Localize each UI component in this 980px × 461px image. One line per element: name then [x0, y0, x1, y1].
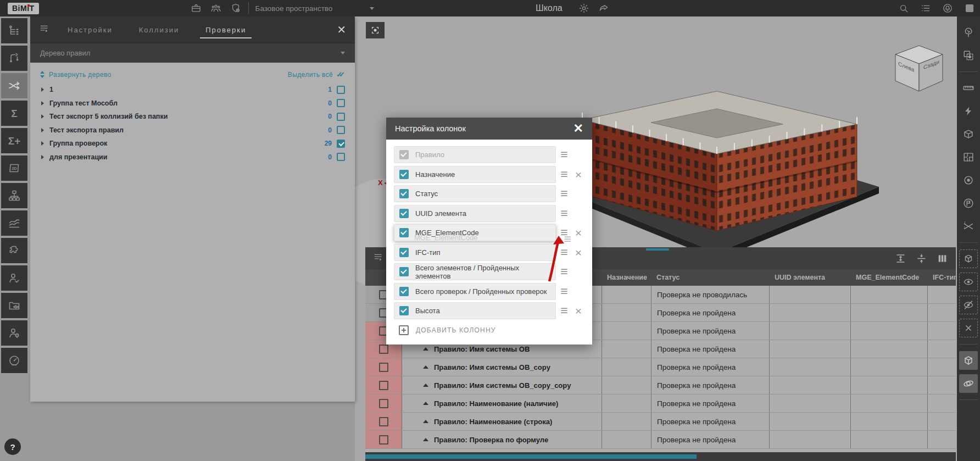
trend-lines-tool-button[interactable]: [1, 210, 27, 236]
tree-checkbox[interactable]: [337, 99, 345, 107]
horizontal-scrollbar-track[interactable]: [365, 452, 956, 461]
tree-checkbox[interactable]: [337, 153, 345, 161]
row-checkbox[interactable]: [379, 345, 388, 354]
remove-column-button[interactable]: ×: [572, 169, 584, 180]
collapse-icon[interactable]: [423, 347, 428, 351]
drag-handle-icon[interactable]: ≡: [556, 285, 572, 298]
select-all-link[interactable]: Выделить всё ✓✓: [288, 70, 345, 79]
structure-tree-tool-button[interactable]: [1, 18, 27, 43]
tab-1[interactable]: Настройки: [66, 18, 114, 42]
column-header[interactable]: UUID элемента: [769, 274, 850, 281]
remove-column-button[interactable]: ×: [572, 227, 584, 238]
tree-item[interactable]: Тест экспорт 5 коллизий без папки0: [30, 110, 355, 124]
folder-share-tool-button[interactable]: [1, 293, 27, 318]
tab-2[interactable]: Коллизии: [138, 18, 180, 42]
horizontal-scrollbar-thumb[interactable]: [365, 454, 697, 459]
expand-arrow-icon[interactable]: [41, 141, 44, 146]
table-row[interactable]: Правило: Наименование (строка)Проверка н…: [365, 413, 956, 431]
collapse-icon[interactable]: [423, 384, 428, 387]
gear-button[interactable]: [578, 2, 590, 14]
expand-arrow-icon[interactable]: [41, 155, 44, 159]
focus-target-tool-button[interactable]: [959, 171, 978, 190]
table-row[interactable]: Правило: Наименование (наличие)Проверка …: [365, 395, 956, 413]
rule-tree-select[interactable]: Дерево правил: [30, 43, 355, 63]
row-checkbox[interactable]: [379, 363, 388, 372]
org-chart-tool-button[interactable]: [1, 183, 27, 208]
eye-off-tool-button[interactable]: [959, 296, 978, 314]
collapse-icon[interactable]: [423, 420, 428, 423]
team-button[interactable]: [210, 2, 222, 14]
modal-close-button[interactable]: ✕: [573, 123, 583, 135]
workspace-select[interactable]: Базовое пространство: [255, 4, 382, 13]
flag-tool-button[interactable]: [959, 194, 978, 213]
expand-arrow-icon[interactable]: [41, 101, 44, 105]
navigation-cube[interactable]: Слева Сзади: [894, 45, 944, 92]
column-header[interactable]: Статус: [651, 274, 769, 281]
lightning-tool-button[interactable]: [959, 102, 978, 120]
drag-handle-icon[interactable]: ≡: [556, 246, 572, 259]
orbit-tool-button[interactable]: [959, 374, 978, 393]
table-row[interactable]: Правило: Проверка по формулеПроверка не …: [365, 431, 956, 449]
tree-checkbox[interactable]: [337, 126, 345, 134]
column-checkbox[interactable]: [399, 209, 409, 218]
remove-column-button[interactable]: ×: [572, 247, 584, 258]
collapse-icon[interactable]: [423, 402, 428, 405]
shuffle-tool-button[interactable]: [1, 73, 27, 98]
row-checkbox[interactable]: [379, 399, 388, 408]
column-checkbox[interactable]: [399, 287, 409, 296]
tree-checkbox[interactable]: [337, 140, 345, 148]
help-button[interactable]: ?: [4, 438, 21, 455]
floor-plan-tool-button[interactable]: [959, 148, 978, 166]
focus-model-button[interactable]: [366, 22, 385, 38]
clear-x-tool-button[interactable]: [959, 319, 978, 337]
row-checkbox[interactable]: [379, 417, 388, 426]
sigma-tool-button[interactable]: Σ: [1, 101, 27, 126]
measure-lines-tool-button[interactable]: 21: [959, 217, 978, 236]
nature-tree-tool-button[interactable]: [959, 23, 978, 42]
share-button[interactable]: [598, 2, 610, 14]
tree-checkbox[interactable]: [337, 113, 345, 121]
column-checkbox[interactable]: [399, 306, 409, 315]
puzzle-tool-button[interactable]: [1, 238, 27, 263]
collapse-icon[interactable]: [423, 438, 428, 441]
drag-handle-icon[interactable]: ≡: [556, 226, 572, 239]
collapse-icon[interactable]: [423, 365, 428, 369]
expand-arrow-icon[interactable]: [41, 87, 44, 92]
panel-close-button[interactable]: ✕: [337, 24, 346, 35]
row-checkbox[interactable]: [379, 381, 388, 390]
row-checkbox[interactable]: [379, 435, 388, 445]
expand-collapse-icon[interactable]: [40, 71, 44, 78]
drag-handle-icon[interactable]: ≡: [556, 187, 572, 200]
list-menu-button[interactable]: [920, 2, 932, 14]
table-row[interactable]: Правило: Имя системы ОВ_copyПроверка не …: [365, 358, 956, 376]
drag-handle-icon[interactable]: ≡: [556, 207, 572, 220]
search-button[interactable]: [898, 2, 910, 14]
column-checkbox[interactable]: [399, 170, 409, 179]
tree-item[interactable]: Тест экспорта правил0: [30, 124, 355, 137]
remove-column-button[interactable]: ×: [572, 305, 584, 316]
expand-tree-link[interactable]: Развернуть дерево: [49, 71, 112, 79]
add-column-button[interactable]: ДОБАВИТЬ КОЛОННУ: [394, 322, 584, 339]
eye-tool-button[interactable]: [959, 273, 978, 291]
column-header[interactable]: Назначение: [602, 274, 651, 281]
tab-3[interactable]: Проверки: [204, 18, 247, 42]
tree-item[interactable]: для презентации0: [30, 151, 355, 164]
shield-protect-button[interactable]: [230, 2, 242, 14]
row-height-max-button[interactable]: [894, 252, 906, 264]
tree-item[interactable]: 11: [30, 83, 355, 97]
cube-solid-tool-button[interactable]: [959, 351, 978, 370]
branch-route-tool-button[interactable]: [1, 46, 27, 71]
column-header[interactable]: MGE_ElementCode: [850, 274, 927, 281]
user-check-tool-button[interactable]: [1, 265, 27, 291]
ruler-tool-button[interactable]: [959, 79, 978, 97]
drag-handle-icon[interactable]: ≡: [556, 304, 572, 317]
tree-checkbox[interactable]: [337, 86, 345, 94]
sigma-plus-tool-button[interactable]: Σ+: [1, 128, 27, 153]
column-checkbox[interactable]: [399, 267, 409, 276]
drag-handle-icon[interactable]: ≡: [556, 168, 572, 181]
notifications-button[interactable]: [942, 2, 954, 14]
tree-item[interactable]: Группа проверок29: [30, 137, 355, 151]
column-checkbox[interactable]: [399, 189, 409, 198]
expand-arrow-icon[interactable]: [41, 114, 44, 119]
drag-handle-icon[interactable]: ≡: [556, 148, 572, 161]
